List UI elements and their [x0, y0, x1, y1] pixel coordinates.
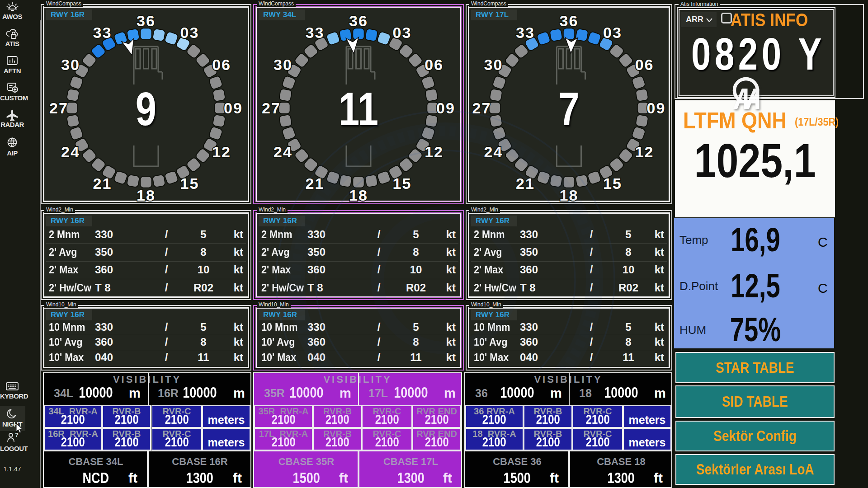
svg-text:24: 24 — [61, 143, 80, 160]
svg-text:06: 06 — [212, 56, 231, 73]
svg-text:33: 33 — [306, 24, 325, 41]
svg-text:33: 33 — [93, 24, 112, 41]
svg-text:09: 09 — [436, 99, 455, 117]
svg-text:21: 21 — [306, 175, 325, 192]
svg-text:21: 21 — [516, 175, 535, 192]
svg-text:18: 18 — [137, 187, 156, 204]
svg-text:27: 27 — [262, 99, 281, 117]
svg-text:12: 12 — [635, 143, 654, 160]
svg-text:30: 30 — [484, 56, 503, 73]
svg-text:12: 12 — [212, 143, 231, 160]
svg-text:33: 33 — [516, 24, 535, 41]
svg-text:15: 15 — [180, 175, 199, 192]
svg-text:21: 21 — [93, 175, 112, 192]
svg-text:27: 27 — [472, 99, 491, 117]
svg-text:09: 09 — [647, 99, 666, 117]
svg-text:36: 36 — [560, 12, 579, 29]
svg-text:18: 18 — [349, 187, 368, 204]
svg-text:03: 03 — [180, 24, 199, 41]
svg-text:09: 09 — [224, 99, 243, 117]
svg-text:24: 24 — [484, 143, 503, 160]
svg-text:11: 11 — [339, 83, 378, 135]
svg-text:12: 12 — [425, 143, 443, 160]
svg-text:9: 9 — [136, 83, 156, 135]
svg-text:24: 24 — [274, 143, 292, 160]
svg-text:03: 03 — [603, 24, 622, 41]
svg-text:36: 36 — [137, 12, 156, 29]
svg-text:18: 18 — [560, 187, 579, 204]
svg-text:7: 7 — [558, 83, 579, 135]
svg-text:30: 30 — [61, 56, 80, 73]
svg-text:30: 30 — [274, 56, 292, 73]
svg-text:03: 03 — [393, 24, 412, 41]
svg-text:06: 06 — [635, 56, 654, 73]
svg-text:15: 15 — [393, 175, 412, 192]
svg-text:36: 36 — [349, 12, 368, 29]
svg-text:15: 15 — [603, 175, 622, 192]
svg-text:27: 27 — [49, 99, 68, 117]
svg-text:06: 06 — [425, 56, 443, 73]
